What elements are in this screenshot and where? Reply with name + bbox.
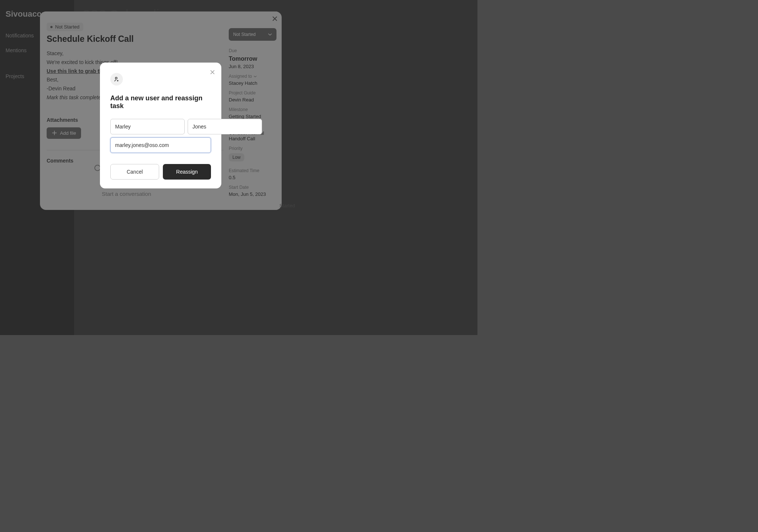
firstname-input[interactable] [110,119,185,134]
user-add-icon [110,73,123,86]
modal-title: Add a new user and reassign task [110,94,211,110]
lastname-input[interactable] [188,119,262,134]
svg-point-0 [115,77,117,79]
reassign-modal: Add a new user and reassign task Cancel … [100,63,221,188]
email-input[interactable] [110,137,211,153]
modal-overlay [0,0,477,335]
reassign-button[interactable]: Reassign [163,164,211,180]
cancel-button[interactable]: Cancel [110,164,159,180]
close-icon[interactable] [210,69,215,76]
